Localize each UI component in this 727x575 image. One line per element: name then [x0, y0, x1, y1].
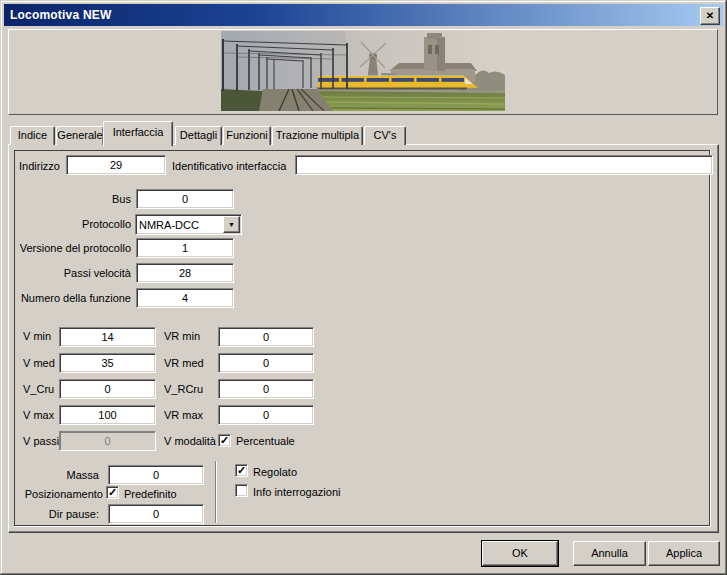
passi-velocita-input[interactable] — [136, 263, 234, 283]
check-icon: ✓ — [237, 464, 246, 476]
tab-cvs[interactable]: CV's — [364, 126, 406, 145]
dialog-locomotiva: Locomotiva NEW ✕ — [0, 0, 727, 575]
predefinito-checkbox[interactable]: ✓ — [106, 486, 119, 499]
indirizzo-label: Indirizzo — [19, 160, 60, 172]
v-rcru-input[interactable] — [218, 379, 314, 399]
close-button[interactable]: ✕ — [700, 7, 720, 25]
tab-indice[interactable]: Indice — [10, 126, 55, 145]
v-max-input[interactable] — [59, 405, 156, 425]
check-icon: ✓ — [108, 486, 117, 498]
close-icon: ✕ — [706, 10, 714, 21]
numero-funzione-label: Numero della funzione — [11, 292, 131, 304]
title-bar[interactable]: Locomotiva NEW ✕ — [4, 4, 723, 26]
v-min-label: V min — [23, 330, 51, 342]
info-interrogazioni-checkbox[interactable] — [235, 484, 248, 497]
versione-protocollo-label: Versione del protocollo — [11, 242, 131, 254]
percentuale-checkbox[interactable]: ✓ — [218, 434, 231, 447]
annulla-button[interactable]: Annulla — [573, 541, 646, 566]
tab-interfaccia[interactable]: Interfaccia — [103, 121, 173, 146]
v-min-input[interactable] — [59, 327, 156, 347]
v-cru-input[interactable] — [59, 379, 156, 399]
check-icon: ✓ — [220, 434, 229, 446]
tab-content-interfaccia: Indirizzo Identificativo interfaccia Bus… — [8, 144, 719, 533]
v-med-input[interactable] — [59, 353, 156, 373]
bus-input[interactable] — [136, 189, 234, 209]
percentuale-label: Percentuale — [236, 435, 295, 447]
vr-min-input[interactable] — [218, 327, 314, 347]
v-cru-label: V_Cru — [23, 383, 54, 395]
tab-generale[interactable]: Generale — [56, 126, 104, 145]
indirizzo-input[interactable] — [66, 155, 166, 175]
window-title: Locomotiva NEW — [10, 8, 111, 22]
protocollo-label: Protocollo — [11, 218, 131, 230]
vr-med-label: VR med — [164, 357, 204, 369]
regolato-checkbox[interactable]: ✓ — [235, 464, 248, 477]
photo-panel — [8, 29, 718, 115]
versione-protocollo-input[interactable] — [136, 238, 234, 258]
protocollo-value: NMRA-DCC — [136, 219, 223, 231]
vr-max-input[interactable] — [218, 405, 314, 425]
v-modalita-label: V modalità — [164, 435, 216, 447]
vr-med-input[interactable] — [218, 353, 314, 373]
v-max-label: V max — [23, 409, 54, 421]
applica-button[interactable]: Applica — [648, 541, 720, 566]
massa-input[interactable] — [108, 465, 204, 485]
tab-funzioni[interactable]: Funzioni — [223, 126, 271, 145]
locomotive-photo-image — [221, 31, 505, 111]
regolato-label: Regolato — [253, 466, 297, 478]
v-med-label: V med — [23, 357, 55, 369]
massa-label: Massa — [11, 469, 99, 481]
chevron-down-icon[interactable]: ▼ — [223, 216, 240, 233]
protocollo-select[interactable]: NMRA-DCC ▼ — [135, 214, 242, 235]
dir-pause-input[interactable] — [108, 504, 204, 524]
dir-pause-label: Dir pause: — [11, 508, 99, 520]
identificativo-input[interactable] — [295, 155, 713, 175]
v-rcru-label: V_RCru — [164, 383, 203, 395]
info-interrogazioni-label: Info interrogazioni — [253, 486, 340, 498]
divider — [215, 461, 217, 523]
bus-label: Bus — [11, 193, 131, 205]
tab-dettagli[interactable]: Dettagli — [175, 126, 222, 145]
identificativo-label: Identificativo interfaccia — [172, 160, 286, 172]
posizionamento-label: Posizionamento — [11, 488, 103, 500]
tab-trazione-multipla[interactable]: Trazione multipla — [272, 126, 363, 145]
numero-funzione-input[interactable] — [136, 288, 234, 308]
vr-min-label: VR min — [164, 330, 200, 342]
v-passi-input — [59, 431, 156, 451]
v-passi-label: V passi — [23, 435, 59, 447]
passi-velocita-label: Passi velocità — [11, 267, 131, 279]
ok-button[interactable]: OK — [482, 541, 558, 566]
vr-max-label: VR max — [164, 409, 203, 421]
predefinito-label: Predefinito — [124, 488, 177, 500]
